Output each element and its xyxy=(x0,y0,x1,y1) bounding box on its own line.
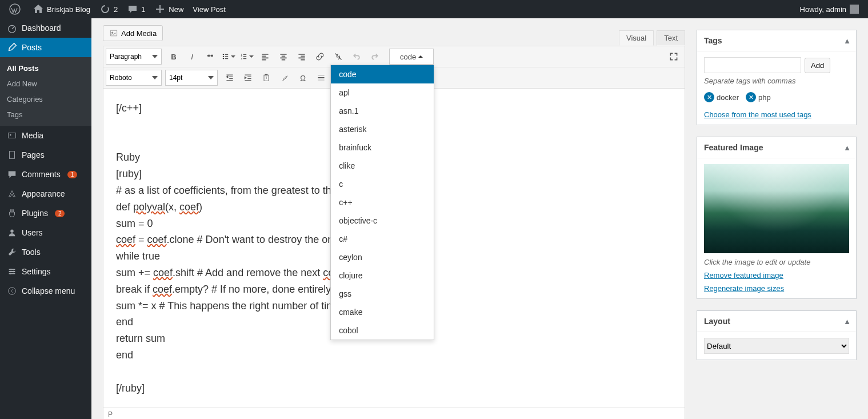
align-left-button[interactable] xyxy=(257,48,274,65)
submenu-tags[interactable]: Tags xyxy=(0,107,91,122)
menu-appearance[interactable]: Appearance xyxy=(0,184,91,203)
collapse-menu[interactable]: Collapse menu xyxy=(0,281,91,301)
svg-point-5 xyxy=(10,230,13,233)
format-select[interactable]: Paragraph xyxy=(106,49,162,65)
code-option-c[interactable]: c++ xyxy=(331,193,434,212)
code-option-cobol[interactable]: cobol xyxy=(331,321,434,340)
add-tag-button[interactable]: Add xyxy=(805,58,830,73)
menu-users[interactable]: Users xyxy=(0,223,91,242)
editor-path: P xyxy=(103,408,685,419)
layout-select[interactable]: Default xyxy=(704,338,849,354)
numbered-list-button[interactable]: 123 xyxy=(238,48,255,65)
code-option-ceylon[interactable]: ceylon xyxy=(331,248,434,266)
svg-point-3 xyxy=(10,134,11,136)
undo-button[interactable] xyxy=(348,48,365,65)
code-option-c[interactable]: c xyxy=(331,175,434,193)
svg-point-11 xyxy=(223,54,224,55)
code-option-clojure[interactable]: clojure xyxy=(331,266,434,285)
bold-button[interactable]: B xyxy=(165,48,182,65)
code-option-code[interactable]: code xyxy=(331,65,434,83)
outdent-button[interactable] xyxy=(221,69,238,86)
tag-docker: ✕docker xyxy=(704,92,739,102)
code-option-apl[interactable]: apl xyxy=(331,83,434,102)
featured-toggle[interactable]: ▴ xyxy=(845,143,849,152)
layout-toggle[interactable]: ▴ xyxy=(845,317,849,326)
special-char-button[interactable]: Ω xyxy=(294,69,311,86)
comments-link[interactable]: 1 xyxy=(122,0,150,18)
menu-pages[interactable]: Pages xyxy=(0,145,91,165)
align-right-button[interactable] xyxy=(293,48,310,65)
paste-text-button[interactable]: T xyxy=(258,69,275,86)
font-select[interactable]: Roboto xyxy=(106,70,162,86)
menu-tools[interactable]: Tools xyxy=(0,242,91,262)
remove-tag-docker[interactable]: ✕ xyxy=(704,92,714,102)
comments-badge: 1 xyxy=(67,171,78,178)
avatar xyxy=(850,5,859,14)
remove-tag-php[interactable]: ✕ xyxy=(746,92,756,102)
tags-metabox: Tags▴ Add Separate tags with commas ✕doc… xyxy=(697,30,857,125)
svg-text:3: 3 xyxy=(241,57,242,60)
svg-point-10 xyxy=(111,32,113,34)
choose-tags-link[interactable]: Choose from the most used tags xyxy=(704,110,811,119)
menu-settings[interactable]: Settings xyxy=(0,262,91,281)
add-media-button[interactable]: Add Media xyxy=(103,25,163,41)
featured-title: Featured Image xyxy=(704,143,763,152)
unlink-button[interactable] xyxy=(330,48,347,65)
admin-sidebar: Dashboard Posts All Posts Add New Catego… xyxy=(0,18,91,419)
code-option-asn1[interactable]: asn.1 xyxy=(331,102,434,120)
redo-button[interactable] xyxy=(366,48,383,65)
tab-visual[interactable]: Visual xyxy=(619,30,654,46)
updates-link[interactable]: 2 xyxy=(95,0,122,18)
blockquote-button[interactable] xyxy=(202,48,219,65)
hr-button[interactable] xyxy=(313,69,330,86)
code-option-gss[interactable]: gss xyxy=(331,285,434,303)
svg-text:T: T xyxy=(265,76,267,79)
menu-media[interactable]: Media xyxy=(0,126,91,145)
menu-comments[interactable]: Comments1 xyxy=(0,165,91,184)
submenu-categories[interactable]: Categories xyxy=(0,91,91,107)
wp-logo[interactable] xyxy=(5,0,28,18)
code-option-c[interactable]: c# xyxy=(331,230,434,248)
menu-posts[interactable]: Posts xyxy=(0,38,91,57)
view-post-link[interactable]: View Post xyxy=(188,0,230,18)
code-dropdown-button[interactable]: code xyxy=(389,49,434,65)
submenu-all-posts[interactable]: All Posts xyxy=(0,61,91,76)
tag-php: ✕php xyxy=(746,92,771,102)
regenerate-link[interactable]: Regenerate image sizes xyxy=(704,284,784,293)
italic-button[interactable]: I xyxy=(183,48,201,65)
svg-point-0 xyxy=(10,4,20,14)
code-option-brainfuck[interactable]: brainfuck xyxy=(331,138,434,157)
font-size-select[interactable]: 14pt xyxy=(165,70,218,86)
indent-button[interactable] xyxy=(239,69,257,86)
code-option-cmake[interactable]: cmake xyxy=(331,303,434,321)
editor-tabs: Visual Text xyxy=(616,30,685,46)
clear-format-button[interactable] xyxy=(276,69,293,86)
svg-point-8 xyxy=(10,273,11,274)
featured-hint: Click the image to edit or update xyxy=(704,258,849,266)
code-option-objectivec[interactable]: objective-c xyxy=(331,212,434,230)
svg-point-13 xyxy=(223,58,224,59)
svg-point-9 xyxy=(9,288,16,295)
featured-image[interactable] xyxy=(704,164,849,253)
bullet-list-button[interactable] xyxy=(220,48,237,65)
tags-title: Tags xyxy=(704,36,722,45)
tags-toggle[interactable]: ▴ xyxy=(845,36,849,45)
tab-text[interactable]: Text xyxy=(657,30,685,46)
code-dropdown-menu[interactable]: codeaplasn.1asteriskbrainfuckclikecc++ob… xyxy=(330,65,434,340)
account-link[interactable]: Howdy, admin xyxy=(795,0,863,18)
menu-dashboard[interactable]: Dashboard xyxy=(0,18,91,38)
new-link[interactable]: New xyxy=(150,0,188,18)
remove-featured-link[interactable]: Remove featured image xyxy=(704,271,783,280)
featured-image-metabox: Featured Image▴ Click the image to edit … xyxy=(697,137,857,299)
code-option-asterisk[interactable]: asterisk xyxy=(331,120,434,138)
fullscreen-button[interactable] xyxy=(665,48,682,65)
svg-point-6 xyxy=(10,269,12,270)
tag-input[interactable] xyxy=(704,57,801,73)
menu-plugins[interactable]: Plugins2 xyxy=(0,203,91,223)
link-button[interactable] xyxy=(311,48,329,65)
code-option-clike[interactable]: clike xyxy=(331,157,434,175)
svg-rect-2 xyxy=(9,133,16,138)
align-center-button[interactable] xyxy=(275,48,292,65)
site-name-link[interactable]: Briskjab Blog xyxy=(28,0,95,18)
submenu-add-new[interactable]: Add New xyxy=(0,76,91,91)
